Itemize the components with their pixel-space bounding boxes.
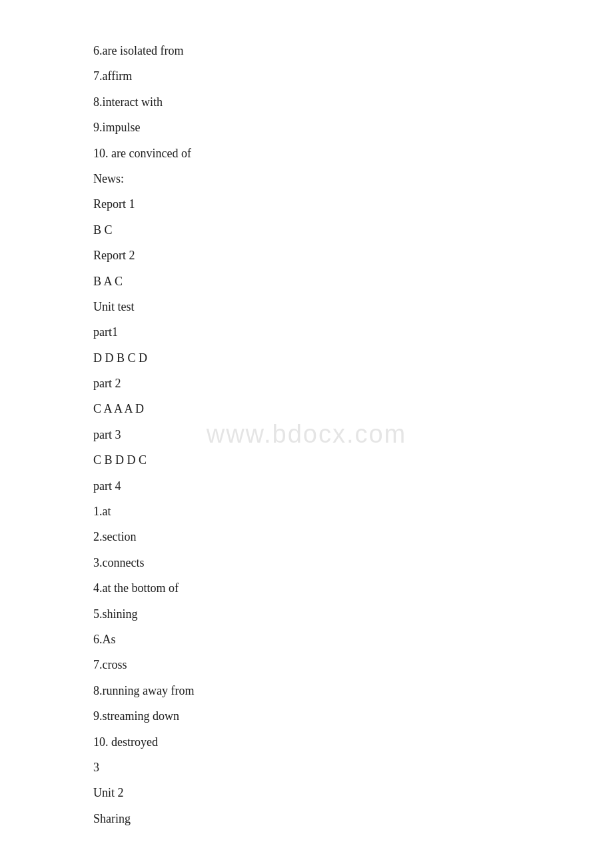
line-item: 5.shining xyxy=(93,603,533,625)
line-item: 8.interact with xyxy=(93,91,533,113)
line-item: 7.affirm xyxy=(93,65,533,87)
line-item: Sharing xyxy=(93,808,533,829)
line-item: C B D D C xyxy=(93,449,533,471)
line-item: part 4 xyxy=(93,475,533,497)
line-item: 6.are isolated from xyxy=(93,40,533,61)
line-item: C A A A D xyxy=(93,398,533,419)
line-item: part1 xyxy=(93,321,533,343)
line-item: 3 xyxy=(93,757,533,778)
line-item: 9.streaming down xyxy=(93,705,533,727)
line-item: part 3 xyxy=(93,424,533,445)
line-item: 8.running away from xyxy=(93,680,533,701)
line-item: News: xyxy=(93,168,533,189)
line-item: 10. are convinced of xyxy=(93,143,533,164)
line-item: Unit test xyxy=(93,296,533,317)
line-item: B C xyxy=(93,219,533,241)
line-item: Report 2 xyxy=(93,245,533,266)
line-item: part 2 xyxy=(93,373,533,394)
page-content: 6.are isolated from7.affirm8.interact wi… xyxy=(0,0,613,868)
line-item: 7.cross xyxy=(93,654,533,675)
line-item: 2.section xyxy=(93,526,533,547)
line-item: Unit 2 xyxy=(93,782,533,803)
line-item: 9.impulse xyxy=(93,117,533,138)
line-item: D D B C D xyxy=(93,347,533,369)
line-item: 10. destroyed xyxy=(93,731,533,753)
line-item: 4.at the bottom of xyxy=(93,577,533,599)
line-item: 3.connects xyxy=(93,552,533,573)
line-item: 6.As xyxy=(93,629,533,650)
line-item: B A C xyxy=(93,271,533,292)
line-item: Report 1 xyxy=(93,193,533,215)
line-item: 1.at xyxy=(93,501,533,522)
